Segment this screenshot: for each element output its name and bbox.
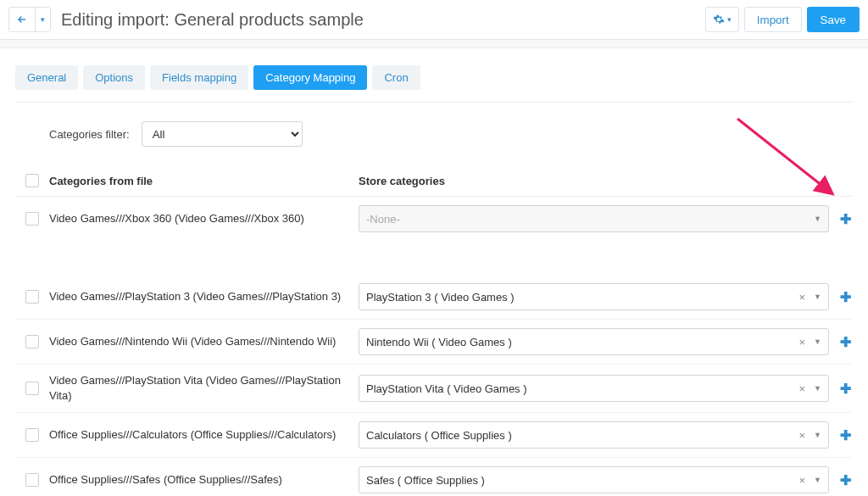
header-actions: ▾ Import Save (705, 7, 860, 32)
table-row: Video Games///PlayStation 3 (Video Games… (15, 275, 853, 320)
chevron-down-icon: ▼ (809, 293, 821, 301)
chevron-down-icon: ▼ (809, 476, 821, 484)
chevron-down-icon: ▼ (809, 215, 821, 223)
table-row: Video Games///PlayStation Vita (Video Ga… (15, 365, 853, 413)
page-title: Editing import: General products sample (61, 10, 705, 30)
tab-cron[interactable]: Cron (372, 65, 420, 90)
select-all-checkbox[interactable] (25, 174, 39, 187)
add-mapping-button[interactable]: ✚ (837, 334, 853, 350)
tab-general[interactable]: General (15, 65, 78, 90)
content-area: General Options Fields mapping Category … (0, 48, 868, 496)
table-row: Video Games///Xbox 360 (Video Games///Xb… (15, 197, 853, 241)
store-category-select[interactable]: Safes ( Office Supplies ) × ▼ (359, 466, 829, 493)
save-button[interactable]: Save (807, 7, 860, 32)
back-dropdown-toggle[interactable]: ▾ (35, 8, 50, 31)
import-button[interactable]: Import (744, 7, 802, 32)
row-checkbox[interactable] (25, 212, 39, 226)
file-category-text: Office Supplies///Safes (Office Supplies… (49, 472, 359, 488)
row-checkbox[interactable] (25, 382, 39, 395)
chevron-down-icon: ▼ (809, 384, 821, 393)
col-header-store: Store categories (359, 175, 853, 187)
page-header: ▾ Editing import: General products sampl… (0, 0, 868, 40)
tab-category-mapping[interactable]: Category Mapping (253, 65, 367, 90)
back-button[interactable] (9, 8, 35, 31)
store-category-select[interactable]: Calculators ( Office Supplies ) × ▼ (359, 421, 829, 449)
table-header: Categories from file Store categories (15, 165, 853, 197)
chevron-down-icon: ▼ (809, 431, 821, 439)
row-checkbox[interactable] (25, 473, 39, 487)
sub-header-bar (0, 40, 868, 48)
categories-filter-select[interactable]: All (142, 121, 303, 147)
settings-button[interactable]: ▾ (705, 7, 739, 32)
filter-row: Categories filter: All (15, 118, 853, 165)
file-category-text: Video Games///PlayStation Vita (Video Ga… (49, 373, 359, 404)
tab-options[interactable]: Options (83, 65, 145, 90)
add-mapping-button[interactable]: ✚ (837, 289, 853, 305)
table-row: Office Supplies///Safes (Office Supplies… (15, 458, 853, 496)
tab-fields-mapping[interactable]: Fields mapping (150, 65, 248, 90)
add-mapping-button[interactable]: ✚ (837, 211, 853, 227)
tabs-bar: General Options Fields mapping Category … (15, 65, 853, 103)
row-checkbox[interactable] (25, 290, 39, 304)
store-category-select[interactable]: -None- ▼ (359, 205, 829, 232)
arrow-left-icon (16, 14, 28, 25)
add-mapping-button[interactable]: ✚ (837, 427, 853, 443)
store-category-select[interactable]: PlayStation 3 ( Video Games ) × ▼ (359, 283, 829, 310)
file-category-text: Video Games///PlayStation 3 (Video Games… (49, 289, 359, 304)
clear-icon[interactable]: × (795, 474, 809, 487)
clear-icon[interactable]: × (795, 291, 809, 304)
file-category-text: Video Games///Xbox 360 (Video Games///Xb… (49, 211, 359, 226)
file-category-text: Video Games///Nintendo Wii (Video Games/… (49, 334, 359, 349)
back-button-group: ▾ (8, 7, 51, 32)
filter-label: Categories filter: (49, 128, 130, 141)
header-checkbox-col (15, 174, 49, 187)
clear-icon[interactable]: × (795, 336, 809, 348)
file-category-text: Office Supplies///Calculators (Office Su… (49, 427, 359, 443)
store-category-select[interactable]: Nintendo Wii ( Video Games ) × ▼ (359, 328, 829, 355)
row-checkbox[interactable] (25, 335, 39, 348)
chevron-down-icon: ▾ (727, 15, 732, 24)
add-mapping-button[interactable]: ✚ (837, 472, 853, 488)
add-mapping-button[interactable]: ✚ (837, 381, 853, 397)
table-row: Office Supplies///Calculators (Office Su… (15, 413, 853, 458)
store-category-select[interactable]: PlayStation Vita ( Video Games ) × ▼ (359, 375, 829, 402)
col-header-file: Categories from file (49, 175, 359, 187)
table-row: Video Games///Nintendo Wii (Video Games/… (15, 320, 853, 365)
row-checkbox[interactable] (25, 428, 39, 442)
clear-icon[interactable]: × (795, 382, 809, 395)
gear-icon (713, 14, 725, 25)
chevron-down-icon: ▼ (809, 337, 821, 346)
clear-icon[interactable]: × (795, 429, 809, 442)
